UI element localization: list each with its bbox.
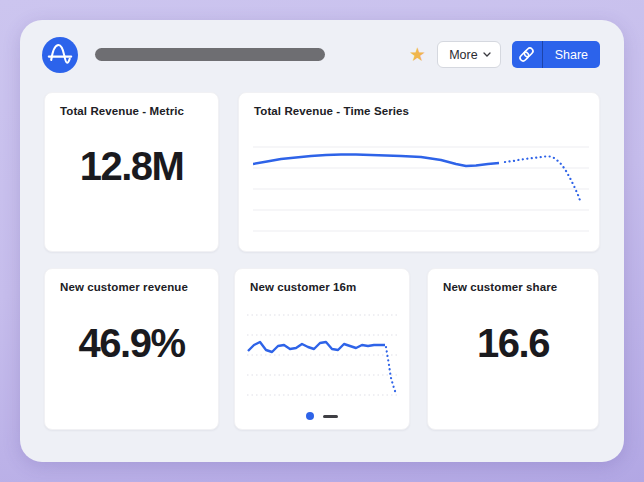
card-title: New customer 16m <box>250 281 356 293</box>
share-link-segment[interactable] <box>512 41 542 68</box>
link-icon <box>517 45 536 64</box>
legend-dot-marker <box>306 412 314 420</box>
card-title: New customer revenue <box>60 281 188 293</box>
metric-value: 46.9% <box>45 320 218 365</box>
card-title: Total Revenue - Metric <box>60 105 184 117</box>
card-new-customer-revenue: New customer revenue 46.9% <box>44 268 219 430</box>
header-actions: ★ More Share <box>409 41 600 68</box>
card-new-customer-16m: New customer 16m <box>234 268 410 430</box>
legend-dash-marker <box>323 415 338 418</box>
dashboard-page: { "header": { "logo_name": "amplitude-lo… <box>0 0 644 482</box>
share-button-label: Share <box>543 41 600 68</box>
more-button[interactable]: More <box>437 41 500 68</box>
document-title-placeholder[interactable] <box>95 48 325 61</box>
card-title: New customer share <box>443 281 557 293</box>
share-button[interactable]: Share <box>512 41 600 68</box>
dashboard-panel: ★ More Share Total Revenue - Metric 12 <box>20 20 624 462</box>
favorite-star-icon[interactable]: ★ <box>409 45 426 64</box>
metric-value: 16.6 <box>428 320 598 365</box>
amplitude-logo-icon[interactable] <box>42 37 78 73</box>
metric-value: 12.8M <box>45 143 218 188</box>
total-revenue-line-chart[interactable] <box>253 141 589 241</box>
card-total-revenue-metric: Total Revenue - Metric 12.8M <box>44 92 219 252</box>
more-button-label: More <box>449 48 477 62</box>
card-new-customer-share: New customer share 16.6 <box>427 268 599 430</box>
chevron-down-icon <box>483 52 491 57</box>
chart-legend <box>235 412 409 420</box>
card-total-revenue-time-series: Total Revenue - Time Series <box>238 92 600 252</box>
card-title: Total Revenue - Time Series <box>254 105 409 117</box>
new-customer-16m-line-chart[interactable] <box>247 311 399 399</box>
